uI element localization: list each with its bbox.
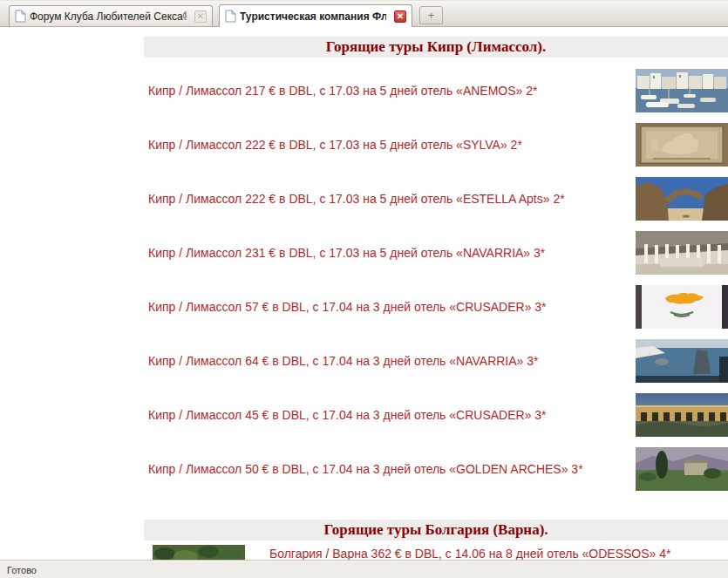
tour-text: Кипр / Лимассол 217 € в DBL, с 17.03 на … (144, 83, 636, 99)
tour-photo-cyprus-flag (636, 285, 728, 329)
tab-bar: Форум Клуба Любителей Секса®: П... ✕ Тур… (0, 1, 728, 27)
tour-text: Кипр / Лимассол 231 € в DBL, с 17.03 на … (144, 245, 636, 262)
close-tab-icon[interactable]: ✕ (194, 10, 207, 23)
section-heading-cyprus: Горящие туры Кипр (Лимассол). (144, 37, 728, 58)
tour-row[interactable]: Кипр / Лимассол 222 € в DBL, с 17.03 на … (144, 172, 728, 226)
tour-text: Болгария / Варна 362 € в DBL, с 14.06 на… (245, 545, 728, 560)
section-heading-bulgaria: Горящие туры Болгария (Варна). (144, 520, 728, 541)
tab-label: Туристическая компания Флами... (240, 10, 386, 23)
browser-window: Форум Клуба Любителей Секса®: П... ✕ Тур… (0, 0, 728, 578)
tour-text: Кипр / Лимассол 45 € в DBL, с 17.04 на 3… (144, 407, 636, 424)
tour-row[interactable]: Кипр / Лимассол 45 € в DBL, с 17.04 на 3… (144, 388, 728, 442)
tour-row[interactable]: Кипр / Лимассол 50 € в DBL, с 17.04 на 3… (144, 442, 728, 496)
tour-row[interactable]: Кипр / Лимассол 231 € в DBL, с 17.03 на … (144, 226, 728, 280)
tour-text: Кипр / Лимассол 222 € в DBL, с 17.03 на … (144, 137, 636, 153)
tour-photo-stone-relief (636, 123, 728, 167)
tab-forum[interactable]: Форум Клуба Любителей Секса®: П... ✕ (9, 5, 213, 26)
tour-photo-harbor (636, 69, 728, 112)
tour-photo-arch-ruins (636, 177, 728, 221)
tour-photo-columns (636, 231, 728, 275)
tour-photo-aqueduct (636, 393, 728, 437)
status-text: Готово (7, 565, 37, 575)
page-viewport: Горящие туры Кипр (Лимассол). Кипр / Лим… (0, 27, 728, 560)
tour-photo-sea-rocks (636, 339, 728, 383)
tour-text: Кипр / Лимассол 222 € в DBL, с 17.03 на … (144, 191, 636, 207)
tour-row[interactable]: Кипр / Лимассол 217 € в DBL, с 17.03 на … (144, 64, 728, 118)
tab-label: Форум Клуба Любителей Секса®: П... (30, 10, 187, 23)
page-content: Горящие туры Кипр (Лимассол). Кипр / Лим… (144, 37, 728, 560)
tour-row[interactable]: Болгария / Варна 362 € в DBL, с 14.06 на… (144, 545, 728, 560)
tour-row[interactable]: Кипр / Лимассол 57 € в DBL, с 17.04 на 3… (144, 280, 728, 334)
tour-row[interactable]: Кипр / Лимассол 222 € в DBL, с 17.03 на … (144, 118, 728, 172)
status-bar: Готово (0, 560, 728, 578)
tour-text: Кипр / Лимассол 50 € в DBL, с 17.04 на 3… (144, 461, 636, 478)
close-tab-icon[interactable]: ✕ (394, 10, 406, 23)
tab-travel-company[interactable]: Туристическая компания Флами... ✕ (219, 4, 412, 27)
tour-photo-hillside-house (636, 447, 728, 491)
page-icon (15, 10, 26, 23)
tour-photo-green-trees (153, 545, 245, 560)
new-tab-button[interactable]: + (419, 6, 443, 24)
page-icon (225, 10, 236, 23)
tour-text: Кипр / Лимассол 57 € в DBL, с 17.04 на 3… (144, 299, 636, 316)
tour-text: Кипр / Лимассол 64 € в DBL, с 17.04 на 3… (144, 353, 636, 370)
tour-row[interactable]: Кипр / Лимассол 64 € в DBL, с 17.04 на 3… (144, 334, 728, 388)
